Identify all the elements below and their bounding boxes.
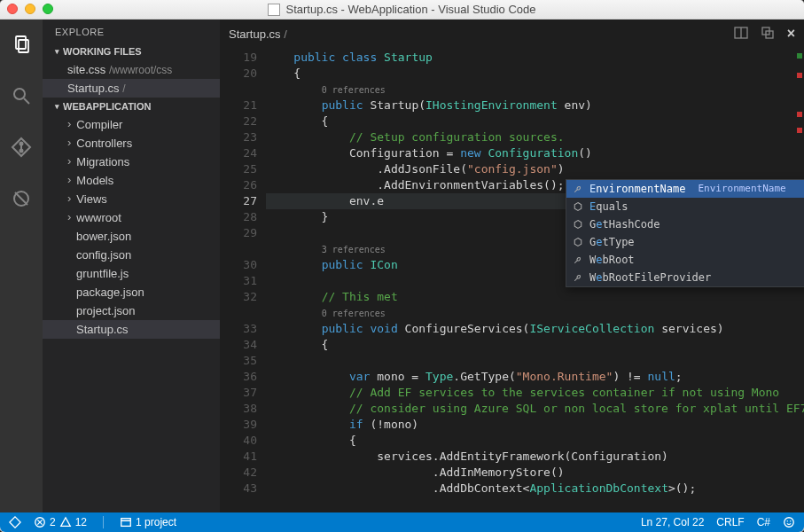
line-number	[220, 305, 257, 321]
line-number: 30	[220, 257, 257, 273]
activity-git[interactable]	[0, 129, 43, 165]
open-tab[interactable]: Startup.cs /	[229, 27, 287, 41]
code-line[interactable]: {	[266, 433, 792, 449]
line-number: 37	[220, 385, 257, 401]
intellisense-item[interactable]: WebRoot	[566, 251, 804, 269]
code-line[interactable]: Configuration = new Configuration()	[266, 145, 792, 161]
window-icon	[120, 516, 132, 528]
status-project[interactable]: 1 project	[120, 516, 176, 528]
codelens-line[interactable]: 0 references	[266, 305, 792, 321]
svg-rect-1	[19, 40, 28, 52]
file-item[interactable]: package.json	[43, 283, 220, 301]
explorer-sidebar: EXPLORE ▾ WORKING FILES site.css /wwwroo…	[43, 20, 220, 512]
code-line[interactable]: if (!mono)	[266, 417, 792, 433]
file-item[interactable]: project.json	[43, 301, 220, 320]
warning-icon	[59, 516, 72, 528]
more-actions-button[interactable]	[761, 26, 775, 43]
intellisense-label: EnvironmentName	[589, 181, 685, 197]
sidebar-title: EXPLORE	[43, 20, 220, 43]
line-number: 33	[220, 321, 257, 337]
activity-debug[interactable]	[0, 181, 43, 216]
intellisense-label: GetHashCode	[589, 216, 660, 232]
tab-bar: Startup.cs / ×	[220, 20, 804, 48]
file-name: site.css	[67, 63, 105, 76]
file-item[interactable]: gruntfile.js	[43, 264, 220, 283]
code-line[interactable]: public void ConfigureServices(IServiceCo…	[266, 321, 792, 337]
line-number: 40	[220, 433, 257, 449]
status-git[interactable]	[9, 516, 21, 528]
folder-item[interactable]: Views	[43, 190, 220, 208]
status-feedback[interactable]	[783, 516, 795, 528]
chevron-down-icon: ▾	[55, 47, 59, 56]
status-lang[interactable]: C#	[757, 516, 770, 528]
status-problems[interactable]: 2 12	[34, 516, 87, 528]
debug-icon	[11, 188, 32, 209]
tab-file-name: Startup.cs	[229, 27, 281, 41]
code-line[interactable]: var mono = Type.GetType("Mono.Runtime") …	[266, 369, 792, 385]
window-minimize-button[interactable]	[25, 4, 35, 14]
code-line[interactable]: services.AddEntityFramework(Configuratio…	[266, 449, 792, 465]
marker-error[interactable]	[797, 128, 802, 133]
intellisense-item[interactable]: GetType	[566, 233, 804, 251]
code-line[interactable]: {	[266, 66, 792, 82]
intellisense-item[interactable]: WebRootFileProvider	[566, 269, 804, 286]
line-number: 24	[220, 145, 257, 161]
folder-item[interactable]: wwwroot	[43, 208, 220, 227]
code-line[interactable]: .AddJsonFile("config.json")	[266, 161, 792, 177]
activity-explorer[interactable]	[0, 27, 43, 62]
window: Startup.cs - WebApplication - Visual Stu…	[0, 0, 804, 532]
line-number: 43	[220, 481, 257, 497]
intellisense-label: Equals	[589, 199, 628, 215]
activity-search[interactable]	[0, 78, 43, 113]
project-header[interactable]: ▾ WEBAPPLICATION	[43, 98, 220, 115]
folder-item[interactable]: Models	[43, 171, 220, 190]
wrench-icon	[572, 271, 584, 284]
codelens-line[interactable]: 0 references	[266, 82, 792, 98]
marker-error[interactable]	[797, 112, 802, 117]
code-line[interactable]: public Startup(IHostingEnvironment env)	[266, 98, 792, 113]
close-editor-button[interactable]: ×	[787, 26, 795, 43]
folder-item[interactable]: Compiler	[43, 115, 220, 134]
file-item[interactable]: bower.json	[43, 227, 220, 246]
code-line[interactable]: // Add EF services to the services conta…	[266, 385, 792, 401]
folder-item[interactable]: Migrations	[43, 153, 220, 171]
window-maximize-button[interactable]	[43, 4, 53, 14]
line-number: 39	[220, 417, 257, 433]
code-line[interactable]: .AddInMemoryStore()	[266, 465, 792, 481]
intellisense-item[interactable]: GetHashCode	[566, 215, 804, 233]
status-eol[interactable]: CRLF	[716, 516, 744, 528]
marker-error[interactable]	[797, 73, 802, 78]
box-icon	[572, 218, 584, 231]
code-line[interactable]	[266, 353, 792, 369]
line-number: 26	[220, 177, 257, 193]
intellisense-item[interactable]: Equals	[566, 198, 804, 215]
intellisense-popup[interactable]: EnvironmentNameEnvironmentNameEqualsGetH…	[566, 179, 804, 287]
code-line[interactable]: // consider using Azure SQL or non local…	[266, 401, 792, 417]
marker-change[interactable]	[797, 53, 802, 59]
traffic-lights	[7, 4, 53, 14]
status-cursor[interactable]: Ln 27, Col 22	[641, 516, 704, 528]
file-icon	[268, 4, 280, 16]
wrench-icon	[572, 254, 584, 266]
working-file-item[interactable]: site.css /wwwroot/css	[43, 60, 220, 79]
window-close-button[interactable]	[7, 4, 18, 14]
editor-group: Startup.cs / × 1920212223242526272829303…	[220, 20, 804, 512]
code-line[interactable]: {	[266, 113, 792, 129]
line-number: 25	[220, 161, 257, 177]
code-line[interactable]: .AddDbContext<ApplicationDbContext>();	[266, 481, 792, 497]
working-files-header[interactable]: ▾ WORKING FILES	[43, 43, 220, 60]
code-line[interactable]: // Setup configuration sources.	[266, 129, 792, 145]
project-count: 1 project	[136, 516, 176, 528]
working-file-item[interactable]: Startup.cs /	[43, 79, 220, 98]
folder-item[interactable]: Controllers	[43, 134, 220, 153]
chevron-down-icon: ▾	[55, 102, 59, 111]
line-number: 29	[220, 225, 257, 241]
file-item[interactable]: config.json	[43, 246, 220, 264]
intellisense-item[interactable]: EnvironmentNameEnvironmentName	[566, 180, 804, 198]
code-editor[interactable]: 1920212223242526272829303132333435363738…	[220, 48, 804, 512]
split-editor-button[interactable]	[734, 26, 748, 43]
code-line[interactable]: {	[266, 337, 792, 353]
code-line[interactable]: public class Startup	[266, 50, 792, 66]
code-line[interactable]: // This met	[266, 289, 792, 305]
file-item[interactable]: Startup.cs	[43, 320, 220, 339]
